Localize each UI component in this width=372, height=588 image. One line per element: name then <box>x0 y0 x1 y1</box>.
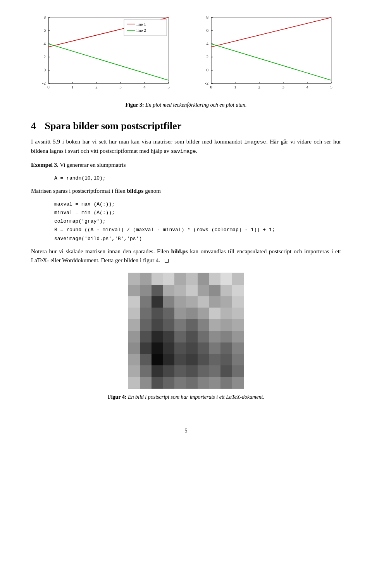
pixel-cell <box>174 354 186 366</box>
svg-text:2: 2 <box>95 85 98 89</box>
fig4-caption: Figur 4: En bild i postscript som har im… <box>108 393 264 401</box>
pixel-cell <box>152 273 163 285</box>
code-line-3: colormap('gray'); <box>54 217 341 226</box>
code-line-2: minval = min (A(:)); <box>54 209 341 217</box>
pixel-cell <box>152 296 163 308</box>
pixel-cell <box>186 296 198 308</box>
svg-text:0: 0 <box>47 85 50 89</box>
pixel-cell <box>174 377 186 389</box>
svg-text:4: 4 <box>44 41 46 46</box>
pixel-cell <box>220 365 232 377</box>
pixel-cell <box>186 365 198 377</box>
pixel-cell <box>163 285 174 296</box>
pixel-cell <box>140 285 152 296</box>
matrisen-desc: Matrisen sparas i postscriptformat i fil… <box>31 187 341 195</box>
pixel-cell <box>186 331 198 342</box>
pixel-cell <box>186 319 198 331</box>
code-block-main: maxval = max (A(:)); minval = min (A(:))… <box>54 200 341 243</box>
pixel-cell <box>128 308 140 319</box>
pixel-cell <box>128 331 140 342</box>
pixel-cell <box>209 308 221 319</box>
pixel-cell <box>174 319 186 331</box>
svg-text:0: 0 <box>207 67 209 72</box>
pixel-cell <box>198 377 209 389</box>
svg-text:4: 4 <box>207 41 209 46</box>
pixel-cell <box>174 285 186 296</box>
pixel-cell <box>174 308 186 319</box>
fig4-text: En bild i postscript som har importerats… <box>128 394 264 400</box>
pixel-cell <box>209 342 221 354</box>
pixel-cell <box>198 319 209 331</box>
pixel-cell <box>128 285 140 296</box>
svg-text:2: 2 <box>258 85 260 89</box>
pixel-cell <box>209 331 221 342</box>
pixel-cell <box>232 296 244 308</box>
bild-ps-bold2: bild.ps <box>171 248 188 254</box>
left-plot: 8 6 4 2 0 -2 0 1 2 3 4 5 <box>31 12 178 97</box>
fig3-text: En plot med teckenförklaring och en plot… <box>145 102 246 108</box>
pixel-cell <box>232 354 244 366</box>
svg-text:5: 5 <box>167 85 170 89</box>
pixel-cell <box>220 331 232 342</box>
pixel-cell <box>128 273 140 285</box>
svg-text:4: 4 <box>306 85 308 89</box>
pixel-cell <box>140 273 152 285</box>
pixel-cell <box>163 296 174 308</box>
paragraph2: Notera hur vi skalade matrisen innan den… <box>31 247 341 265</box>
svg-text:-2: -2 <box>42 81 46 85</box>
pixel-cell <box>198 342 209 354</box>
section4-heading: 4 Spara bilder som postscriptfiler <box>31 120 341 132</box>
pixel-cell <box>152 342 163 354</box>
bild-ps-bold1: bild.ps <box>127 188 143 194</box>
pixel-cell <box>232 273 244 285</box>
svg-text:4: 4 <box>143 85 146 89</box>
svg-text:0: 0 <box>44 67 46 72</box>
pixel-cell <box>163 308 174 319</box>
svg-text:line 2: line 2 <box>136 28 146 33</box>
code-savimage: savimage <box>171 149 196 154</box>
svg-text:8: 8 <box>207 15 209 19</box>
pixel-cell <box>220 285 232 296</box>
pixel-cell <box>232 285 244 296</box>
pixel-cell <box>198 331 209 342</box>
pixel-cell <box>174 342 186 354</box>
pixel-cell <box>152 365 163 377</box>
code-randn: A = randn(10,10); <box>54 174 341 183</box>
fig3-caption: Figur 3: En plot med teckenförklaring oc… <box>31 101 341 109</box>
pixel-cell <box>163 331 174 342</box>
pixel-cell <box>128 342 140 354</box>
pixel-cell <box>152 377 163 389</box>
pixel-cell <box>232 377 244 389</box>
page-number: 5 <box>31 428 341 434</box>
paragraph1: I avsnitt 5.9 i boken har vi sett hur ma… <box>31 137 341 156</box>
pixel-cell <box>220 308 232 319</box>
pixel-cell <box>209 354 221 366</box>
figure4-container: Figur 4: En bild i postscript som har im… <box>31 273 341 412</box>
svg-text:line 1: line 1 <box>136 22 146 26</box>
svg-line-61 <box>211 17 331 47</box>
pixel-cell <box>232 342 244 354</box>
example3-label: Exempel 3. Vi genererar en slumpmatris <box>31 161 341 169</box>
pixel-cell <box>174 273 186 285</box>
pixel-cell <box>152 308 163 319</box>
pixel-cell <box>198 308 209 319</box>
svg-text:1: 1 <box>71 85 74 89</box>
plots-row: 8 6 4 2 0 -2 0 1 2 3 4 5 <box>31 12 341 97</box>
pixel-cell <box>163 354 174 366</box>
pixel-cell <box>209 365 221 377</box>
pixel-cell <box>152 354 163 366</box>
fig4-label: Figur 4: <box>108 394 126 400</box>
pixel-cell <box>163 377 174 389</box>
pixel-cell <box>163 273 174 285</box>
svg-text:0: 0 <box>210 85 212 89</box>
pixel-cell <box>198 354 209 366</box>
pixel-cell <box>163 342 174 354</box>
pixel-cell <box>209 319 221 331</box>
svg-text:6: 6 <box>207 28 209 33</box>
pixel-cell <box>140 319 152 331</box>
code-line-1: maxval = max (A(:)); <box>54 200 341 209</box>
pixel-cell <box>220 273 232 285</box>
pixel-cell <box>128 377 140 389</box>
pixel-cell <box>198 365 209 377</box>
pixel-cell <box>209 296 221 308</box>
